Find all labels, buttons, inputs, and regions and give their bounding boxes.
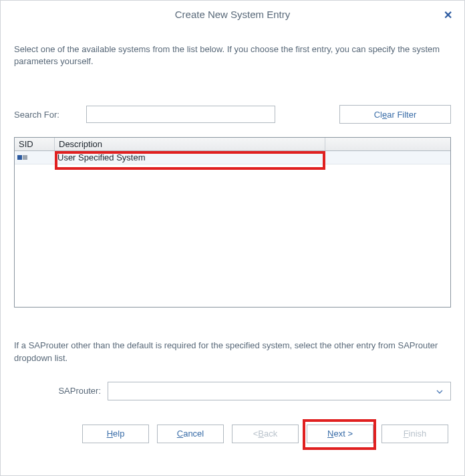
dialog-title: Create New System Entry: [175, 9, 291, 20]
systems-table: SID Description User Specified System: [14, 137, 451, 308]
button-row: Help Cancel < Back Next > Finish: [14, 425, 451, 443]
table-header: SID Description: [15, 138, 450, 151]
instruction-text: Select one of the available systems from…: [14, 43, 451, 68]
search-input[interactable]: [86, 106, 275, 123]
back-button: < Back: [232, 425, 299, 443]
cancel-button[interactable]: Cancel: [157, 425, 224, 443]
column-header-sid[interactable]: SID: [15, 138, 55, 150]
saprouter-dropdown[interactable]: [108, 382, 451, 400]
table-body: User Specified System: [15, 151, 450, 164]
saprouter-label: SAProuter:: [14, 386, 108, 396]
dialog-create-new-system-entry: Create New System Entry ✕ Select one of …: [0, 0, 465, 476]
column-header-rest: [325, 138, 450, 150]
description-cell: User Specified System: [55, 152, 450, 162]
saprouter-row: SAProuter:: [14, 382, 451, 400]
search-label: Search For:: [14, 110, 86, 120]
help-button[interactable]: Help: [82, 425, 149, 443]
chevron-down-icon: [436, 388, 444, 396]
close-icon[interactable]: ✕: [444, 9, 452, 21]
footer-note: If a SAProuter other than the default is…: [14, 340, 451, 364]
table-row[interactable]: User Specified System: [15, 151, 450, 164]
sid-cell: [15, 155, 55, 160]
search-row: Search For: Clear Filter: [14, 105, 451, 124]
column-header-description[interactable]: Description: [55, 138, 325, 150]
system-icon: [17, 155, 27, 160]
title-bar: Create New System Entry ✕: [1, 1, 464, 27]
clear-filter-button[interactable]: Clear Filter: [339, 105, 451, 124]
finish-button: Finish: [381, 425, 448, 443]
next-button[interactable]: Next >: [307, 425, 373, 443]
